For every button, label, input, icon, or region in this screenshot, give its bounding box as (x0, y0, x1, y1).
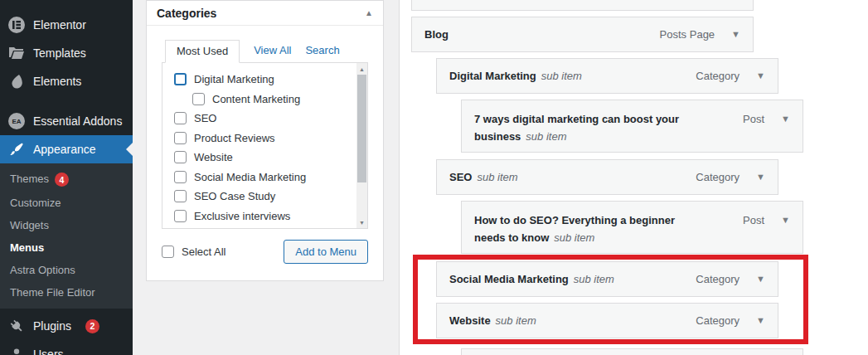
select-all-label[interactable]: Select All (182, 246, 225, 258)
menu-item-type-label: Category (696, 312, 739, 329)
menu-item-how-to-do-seo-everything-a-beginner-needs-to-know[interactable]: How to do SEO? Everything a beginner nee… (461, 201, 803, 254)
category-checkbox[interactable] (174, 73, 187, 85)
category-label[interactable]: Website (194, 151, 233, 163)
tab-view-all[interactable]: View All (254, 44, 291, 56)
category-checkbox[interactable] (174, 190, 187, 202)
category-list-item: Website (162, 148, 367, 168)
expand-arrow-down-icon[interactable]: ▼ (756, 168, 765, 186)
menu-item-type-label: Category (696, 270, 739, 288)
menu-item-sub-label: sub item (526, 130, 566, 143)
sidebar-item-templates[interactable]: Templates (0, 39, 133, 67)
expand-arrow-down-icon[interactable]: ▼ (781, 212, 790, 229)
appearance-submenu: Themes4CustomizeWidgetsMenusAstra Option… (0, 163, 133, 309)
menu-item-type-label: Post (743, 212, 764, 229)
sidebar-item-essential-addons[interactable]: EAEssential Addons (0, 107, 133, 135)
sidebar-item-appearance[interactable]: Appearance (0, 135, 133, 163)
expand-arrow-down-icon[interactable]: ▼ (756, 67, 765, 85)
category-list-item: SEO Case Study (162, 187, 367, 207)
users-icon (8, 346, 25, 355)
submenu-item-theme-file-editor[interactable]: Theme File Editor (0, 281, 133, 304)
menu-item-social-media-marketing[interactable]: Social Media Marketingsub itemCategory▼ (436, 261, 778, 297)
submenu-item-label: Theme File Editor (10, 286, 95, 299)
submenu-item-menus[interactable]: Menus (0, 236, 133, 259)
category-label[interactable]: Digital Marketing (194, 73, 274, 85)
categories-checklist: Digital MarketingContent MarketingSEOPro… (162, 62, 368, 229)
sidebar-item-label: Users (33, 348, 64, 355)
plugins-icon (8, 318, 25, 334)
tab-search[interactable]: Search (305, 44, 339, 56)
category-list-item: Exclusive interviews (162, 207, 367, 226)
menu-item-title: Website (449, 314, 491, 327)
menu-item-digital-marketing[interactable]: Digital Marketingsub itemCategory▼ (436, 58, 778, 94)
menu-item-sub-label: sub item (496, 314, 536, 327)
submenu-item-themes[interactable]: Themes4 (0, 168, 133, 192)
category-label[interactable]: Content Marketing (212, 93, 300, 105)
menu-item-website[interactable]: Websitesub itemCategory▼ (436, 303, 778, 338)
menu-item-partial-top[interactable] (411, 0, 754, 11)
sidebar-item-label: Plugins (33, 319, 71, 333)
sidebar-item-elementor[interactable]: Elementor (0, 11, 133, 39)
menu-item-type-label: Category (696, 168, 739, 186)
tab-most-used[interactable]: Most Used (165, 40, 240, 63)
sidebar-item-label: Appearance (33, 143, 96, 156)
menu-item-sub-label: sub item (574, 273, 614, 285)
update-count-badge: 2 (85, 319, 99, 333)
category-list-item: Social Media Marketing (162, 168, 367, 187)
categories-metabox: Categories ▲ Most UsedView AllSearch Dig… (146, 0, 384, 281)
expand-arrow-down-icon[interactable]: ▼ (781, 110, 790, 128)
menu-item-partial-bottom[interactable] (461, 348, 803, 355)
categories-metabox-header[interactable]: Categories ▲ (147, 1, 383, 26)
submenu-item-label: Customize (10, 197, 61, 209)
scroll-down-icon[interactable]: ▼ (356, 216, 367, 228)
appearance-icon (8, 141, 25, 158)
add-to-menu-button[interactable]: Add to Menu (284, 240, 368, 264)
category-label[interactable]: SEO Case Study (194, 190, 275, 202)
menu-item-blog[interactable]: BlogPosts Page▼ (411, 17, 754, 52)
categories-title: Categories (157, 7, 216, 20)
category-checkbox[interactable] (174, 171, 187, 183)
category-checkbox[interactable] (174, 132, 187, 144)
collapse-arrow-up-icon[interactable]: ▲ (365, 8, 373, 17)
menu-item-title: 7 ways digital marketing can boost your … (474, 113, 679, 143)
sidebar-item-label: Elements (33, 75, 81, 88)
menu-item-title: Blog (424, 28, 449, 41)
menu-item-sub-label: sub item (554, 231, 594, 244)
sidebar-item-plugins[interactable]: Plugins2 (0, 312, 133, 340)
sidebar-item-label: Elementor (33, 18, 86, 32)
menu-item-type-label: Post (743, 110, 764, 128)
submenu-item-customize[interactable]: Customize (0, 192, 133, 214)
menu-item-title: SEO (449, 171, 472, 183)
menu-item-seo[interactable]: SEOsub itemCategory▼ (436, 159, 778, 195)
elements-icon (8, 73, 25, 90)
category-label[interactable]: Social Media Marketing (194, 171, 306, 183)
select-all-checkbox[interactable] (162, 246, 174, 258)
category-label[interactable]: Product Reviews (194, 132, 275, 144)
category-list-item: Digital Marketing (162, 70, 367, 90)
submenu-item-widgets[interactable]: Widgets (0, 214, 133, 236)
submenu-item-label: Menus (10, 241, 44, 254)
category-checkbox[interactable] (174, 151, 187, 163)
admin-sidebar: ElementorTemplatesElementsEAEssential Ad… (0, 0, 133, 355)
expand-arrow-down-icon[interactable]: ▼ (756, 270, 765, 288)
expand-arrow-down-icon[interactable]: ▼ (731, 26, 740, 43)
scrollbar[interactable]: ▲ ▼ (356, 63, 367, 228)
submenu-item-label: Themes (10, 173, 49, 185)
submenu-item-label: Widgets (10, 219, 49, 231)
category-checkbox[interactable] (174, 112, 187, 124)
sidebar-item-users[interactable]: Users (0, 340, 133, 355)
category-checkbox[interactable] (192, 93, 205, 105)
scrollbar-thumb[interactable] (357, 75, 366, 182)
category-label[interactable]: Exclusive interviews (194, 210, 290, 222)
scroll-up-icon[interactable]: ▲ (356, 63, 367, 75)
category-label[interactable]: SEO (194, 112, 216, 124)
submenu-item-astra-options[interactable]: Astra Options (0, 259, 133, 281)
menu-item-sub-label: sub item (541, 70, 582, 82)
elementor-icon (8, 17, 25, 33)
expand-arrow-down-icon[interactable]: ▼ (756, 312, 765, 329)
sidebar-item-elements[interactable]: Elements (0, 67, 133, 95)
sidebar-item-label: Essential Addons (33, 114, 122, 128)
category-checkbox[interactable] (174, 210, 187, 222)
menu-item-7-ways-digital-marketing-can-boost-your-business[interactable]: 7 ways digital marketing can boost your … (461, 100, 803, 153)
menu-item-title: Social Media Marketing (449, 273, 569, 285)
select-all: Select All (162, 246, 225, 258)
